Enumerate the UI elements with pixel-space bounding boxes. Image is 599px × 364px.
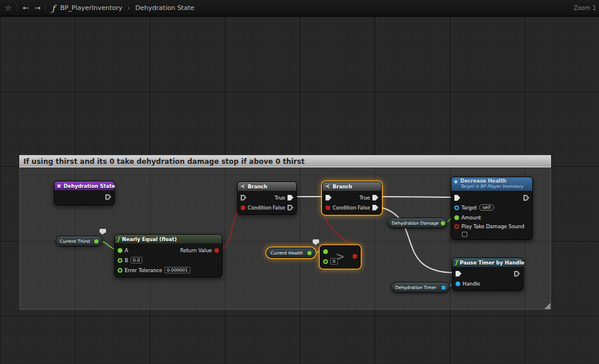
node-title: Pause Timer by Handle: [460, 260, 524, 266]
play-take-damage-sound-input-pin[interactable]: [454, 224, 459, 229]
pin-handle-label: Handle: [463, 281, 480, 287]
node-header: ƒ Pause Timer by Handle: [453, 258, 523, 267]
false-exec-output-pin[interactable]: [372, 205, 378, 211]
target-self-value[interactable]: self: [479, 204, 494, 211]
pin-b-input[interactable]: [118, 258, 122, 263]
breadcrumb-current[interactable]: Dehydration State: [135, 4, 194, 12]
pin-false-label: False: [273, 205, 285, 211]
node-header: Branch: [238, 182, 296, 191]
branch-icon: [240, 184, 245, 189]
node-title: Nearly Equal (float): [122, 236, 176, 242]
true-exec-output-pin[interactable]: [372, 195, 378, 201]
toolbar-divider: [17, 4, 18, 12]
back-icon[interactable]: ←: [23, 4, 29, 12]
float-output-pin[interactable]: [307, 251, 312, 255]
pin-b-input[interactable]: [323, 259, 328, 264]
exec-output-pin[interactable]: [523, 195, 529, 201]
pin-false-label: False: [358, 205, 370, 211]
pin-sound-label: Play Take Damage Sound: [461, 224, 524, 229]
zoom-level: Zoom 1: [574, 5, 596, 11]
event-icon: ▣: [57, 183, 61, 188]
exec-output-pin[interactable]: [514, 271, 520, 277]
node-dehydration-damage-get[interactable]: Dehydration Damage: [388, 218, 447, 228]
pin-b-value-field[interactable]: 0.0: [131, 257, 142, 263]
false-exec-output-pin[interactable]: [287, 205, 293, 211]
variable-label: Current Thirst: [60, 239, 90, 244]
exec-output-pin[interactable]: [105, 194, 111, 200]
result-output-pin[interactable]: [352, 254, 357, 259]
blueprint-graph[interactable]: If using thirst and its 0 take dehydrati…: [0, 16, 599, 364]
node-header: Branch: [323, 182, 381, 191]
float-output-pin[interactable]: [441, 221, 445, 225]
condition-input-pin[interactable]: [241, 205, 245, 210]
pin-true-label: True: [275, 195, 285, 201]
exec-input-pin[interactable]: [326, 195, 331, 201]
branch-icon: [325, 184, 330, 189]
pin-error-tolerance-label: Error Tolerance: [125, 267, 162, 273]
forward-icon[interactable]: →: [35, 4, 41, 12]
pin-a-input[interactable]: [323, 249, 328, 254]
exec-input-pin[interactable]: [241, 195, 247, 201]
pin-a-label: A: [125, 248, 128, 253]
toolbar-divider: [46, 4, 46, 12]
comment-bubble-icon[interactable]: [313, 239, 319, 243]
breadcrumb-separator-icon: ›: [128, 5, 130, 11]
node-nearly-equal[interactable]: ƒ Nearly Equal (float) A Return Value B …: [114, 234, 223, 277]
pin-error-tolerance-value-field[interactable]: 0.000001: [165, 267, 190, 273]
condition-input-pin[interactable]: [326, 205, 330, 210]
node-decrease-health[interactable]: ◈ Decrease Health Target is BP Player In…: [451, 177, 533, 240]
true-exec-output-pin[interactable]: [287, 195, 293, 201]
node-current-thirst-get[interactable]: Current Thirst: [56, 236, 102, 246]
exec-input-pin[interactable]: [454, 195, 460, 201]
node-subtitle: Target is BP Player Inventory: [460, 184, 523, 190]
pin-a-input[interactable]: [118, 248, 122, 253]
float-output-pin[interactable]: [94, 239, 98, 243]
play-take-damage-sound-checkbox[interactable]: [462, 232, 467, 237]
pin-b-label: B: [125, 257, 128, 263]
node-header: ƒ Nearly Equal (float): [115, 235, 222, 243]
pin-error-tolerance-input[interactable]: [118, 268, 122, 273]
pin-condition-label: Condition: [248, 205, 272, 211]
node-dehydration-state[interactable]: ▣ Dehydration State: [54, 181, 115, 205]
handle-input-pin[interactable]: [456, 281, 460, 286]
node-branch-1[interactable]: Branch True Condition False: [237, 181, 297, 215]
node-branch-2[interactable]: Branch True Condition False: [322, 181, 382, 215]
target-input-pin[interactable]: [454, 205, 459, 210]
amount-input-pin[interactable]: [454, 215, 459, 220]
node-title: Branch: [248, 184, 268, 190]
timer-handle-output-pin[interactable]: [441, 286, 446, 290]
pin-return-output[interactable]: [214, 248, 219, 253]
wire-branch2-true-to-decrease-health-exec[interactable]: [378, 197, 453, 197]
variable-label: Dehydration Damage: [392, 221, 439, 226]
node-greater-than[interactable]: > 0: [320, 245, 361, 269]
node-pause-timer-by-handle[interactable]: ƒ Pause Timer by Handle Handle: [452, 257, 523, 291]
comment-title[interactable]: If using thirst and its 0 take dehydrati…: [19, 155, 551, 167]
node-dehydration-timer-get[interactable]: Dehydration Timer: [391, 282, 450, 293]
pin-true-label: True: [360, 195, 370, 201]
comment-resize-handle[interactable]: [543, 302, 550, 309]
pin-return-label: Return Value: [180, 248, 212, 253]
function-icon: ƒ: [455, 259, 457, 266]
pin-target-label: Target: [461, 205, 477, 211]
comment-bubble-icon[interactable]: [100, 229, 106, 233]
favorite-star-icon[interactable]: ☆: [5, 4, 12, 12]
toolbar: ☆ ← → ƒ BP_PlayerInventory › Dehydration…: [0, 0, 599, 16]
node-header: ▣ Dehydration State: [54, 181, 114, 190]
variable-label: Dehydration Timer: [395, 285, 436, 290]
pin-condition-label: Condition: [333, 205, 357, 211]
node-current-health-get[interactable]: Current Health: [266, 248, 316, 258]
breadcrumb-root[interactable]: BP_PlayerInventory: [60, 4, 122, 12]
exec-input-pin[interactable]: [456, 271, 461, 277]
node-header: ◈ Decrease Health Target is BP Player In…: [451, 177, 532, 191]
variable-label: Current Health: [271, 250, 303, 256]
pin-amount-label: Amount: [461, 215, 481, 221]
function-graph-icon: ƒ: [52, 4, 54, 13]
function-call-icon: ◈: [454, 178, 458, 184]
node-title: Dehydration State: [64, 183, 115, 189]
pin-b-value-field[interactable]: 0: [330, 258, 338, 265]
node-title: Branch: [333, 184, 352, 190]
function-icon: ƒ: [117, 236, 119, 242]
